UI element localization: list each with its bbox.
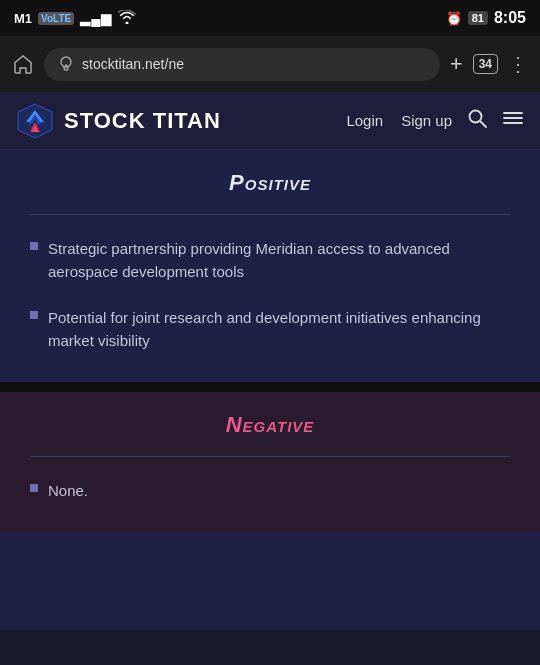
signup-link[interactable]: Sign up — [401, 112, 452, 129]
svg-marker-3 — [18, 104, 52, 138]
login-link[interactable]: Login — [346, 112, 383, 129]
alarm-icon: ⏰ — [446, 11, 462, 26]
negative-divider — [30, 456, 510, 457]
tab-count[interactable]: 34 — [473, 54, 498, 74]
carrier-label: M1 — [14, 11, 32, 26]
negative-title: Negative — [30, 412, 510, 438]
new-tab-button[interactable]: + — [450, 51, 463, 77]
security-icon — [58, 55, 74, 74]
wifi-icon — [118, 10, 136, 27]
logo-container: STOCK TITAN — [16, 102, 346, 140]
search-icon[interactable] — [466, 107, 488, 134]
section-separator — [0, 382, 540, 392]
volte-badge: VoLTE — [38, 12, 74, 25]
bullet-marker — [30, 484, 38, 492]
positive-bullet-2: Potential for joint research and develop… — [48, 306, 510, 353]
negative-bullet-1: None. — [48, 479, 88, 502]
more-menu-button[interactable]: ⋮ — [508, 52, 528, 76]
url-field[interactable]: stocktitan.net/ne — [44, 48, 440, 81]
nav-bar: STOCK TITAN Login Sign up — [0, 92, 540, 150]
logo-text: STOCK TITAN — [64, 108, 221, 134]
list-item: None. — [30, 479, 510, 502]
negative-bullet-list: None. — [30, 479, 510, 502]
main-content: Positive Strategic partnership providing… — [0, 150, 540, 630]
list-item: Potential for joint research and develop… — [30, 306, 510, 353]
signal-icon: ▂▄▆ — [80, 11, 112, 26]
bullet-marker — [30, 242, 38, 250]
positive-bullet-list: Strategic partnership providing Meridian… — [30, 237, 510, 352]
status-right: ⏰ 81 8:05 — [446, 9, 526, 27]
status-left: M1 VoLTE ▂▄▆ — [14, 10, 136, 27]
bullet-marker — [30, 311, 38, 319]
negative-section: Negative None. — [0, 392, 540, 532]
positive-bullet-1: Strategic partnership providing Meridian… — [48, 237, 510, 284]
address-bar: stocktitan.net/ne + 34 ⋮ — [0, 36, 540, 92]
menu-icon[interactable] — [502, 107, 524, 134]
status-bar: M1 VoLTE ▂▄▆ ⏰ 81 8:05 — [0, 0, 540, 36]
home-button[interactable] — [12, 53, 34, 75]
positive-divider — [30, 214, 510, 215]
nav-links: Login Sign up — [346, 112, 452, 129]
url-text: stocktitan.net/ne — [82, 56, 184, 72]
svg-line-5 — [480, 121, 486, 127]
nav-icons — [466, 107, 524, 134]
time-display: 8:05 — [494, 9, 526, 27]
battery-indicator: 81 — [468, 11, 488, 25]
logo-icon — [16, 102, 54, 140]
positive-section: Positive Strategic partnership providing… — [0, 150, 540, 382]
list-item: Strategic partnership providing Meridian… — [30, 237, 510, 284]
positive-title: Positive — [30, 170, 510, 196]
